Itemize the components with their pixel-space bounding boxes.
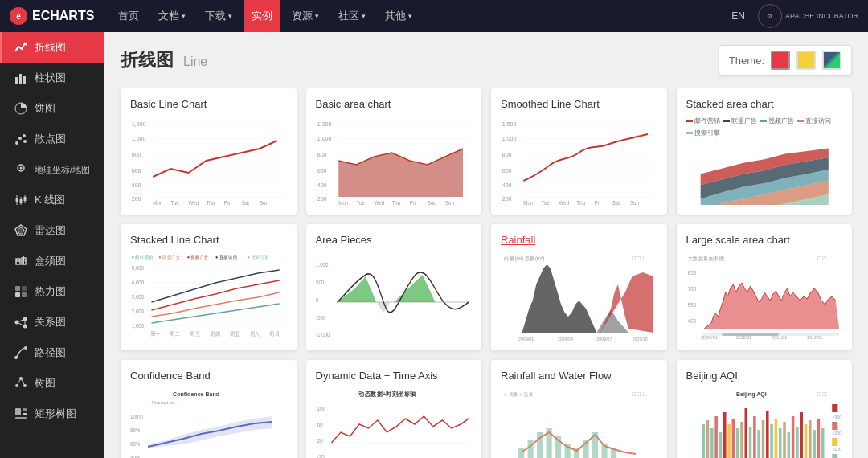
boxplot-icon xyxy=(14,254,28,268)
svg-text:>350: >350 xyxy=(832,415,841,419)
svg-rect-221 xyxy=(714,416,718,458)
chart-confidence-band[interactable]: Confidence Band Confidence Band Forecast… xyxy=(121,360,297,458)
sidebar-item-line[interactable]: 折线图 xyxy=(0,32,104,63)
sidebar-item-boxplot[interactable]: 盒须图 xyxy=(0,246,104,276)
svg-rect-212 xyxy=(832,422,837,430)
lang-switcher[interactable]: EN xyxy=(731,10,745,22)
svg-text:Tue: Tue xyxy=(541,200,550,205)
svg-rect-222 xyxy=(719,432,722,458)
chart-basic-line[interactable]: Basic Line Chart 1,500 1,000 800 600 400… xyxy=(121,88,297,215)
graph-icon xyxy=(14,315,28,329)
svg-text:80%: 80% xyxy=(130,427,140,433)
svg-rect-168 xyxy=(722,333,779,336)
svg-text:2009/10: 2009/10 xyxy=(633,337,648,341)
svg-text:400: 400 xyxy=(132,182,141,190)
svg-rect-2 xyxy=(23,76,26,84)
sidebar-item-treemap[interactable]: 矩形树图 xyxy=(0,399,104,429)
page-title: 折线图 xyxy=(121,48,174,72)
sidebar-label-pie: 饼图 xyxy=(35,101,55,116)
chart-rainfall[interactable]: Rainfall □ □ ↓ 雨量(ml) 流量(m³) 2009/01 xyxy=(491,224,667,350)
svg-rect-210 xyxy=(832,404,837,412)
nav-download[interactable]: 下载 ▾ xyxy=(197,0,240,32)
chart-visual-rainfall-flow: □ □ ↓ ⊙ 雨量 ⊙ 流量 xyxy=(501,388,657,458)
svg-text:周一: 周一 xyxy=(150,331,161,337)
svg-text:1,500: 1,500 xyxy=(502,121,517,129)
svg-text:2009/04: 2009/04 xyxy=(558,337,573,341)
theme-dark-button[interactable] xyxy=(822,51,841,70)
svg-text:Thu: Thu xyxy=(577,200,586,205)
sidebar-label-graph: 关系图 xyxy=(35,315,66,329)
chart-rainfall-flow[interactable]: Rainfall and Water Flow □ □ ↓ ⊙ 雨量 ⊙ 流量 xyxy=(491,360,667,458)
theme-red-button[interactable] xyxy=(771,51,790,70)
map-icon xyxy=(14,162,28,177)
svg-rect-230 xyxy=(753,416,756,458)
nav-right: EN ⚙ APACHE INCUBATOR xyxy=(731,4,858,28)
svg-text:Mon: Mon xyxy=(153,200,162,205)
radar-icon xyxy=(14,223,28,238)
sidebar-item-radar[interactable]: 雷达图 xyxy=(0,215,104,246)
svg-text:800: 800 xyxy=(317,151,326,159)
chart-beijing-aqi[interactable]: Beijing AQI Beijing AQI □ □ ↓ >350 >200 … xyxy=(677,360,853,458)
svg-rect-229 xyxy=(748,427,751,458)
chart-title-rainfall-flow: Rainfall and Water Flow xyxy=(501,370,657,382)
sidebar-label-map: 地理坐标/地图 xyxy=(35,164,90,176)
sidebar-item-bar[interactable]: 柱状图 xyxy=(0,63,104,93)
theme-yellow-button[interactable] xyxy=(796,51,816,70)
svg-text:Thu: Thu xyxy=(391,200,400,205)
sidebar-item-tree[interactable]: 树图 xyxy=(0,368,104,399)
svg-text:Wed: Wed xyxy=(188,200,199,205)
svg-rect-13 xyxy=(20,199,23,203)
svg-text:Wed: Wed xyxy=(374,200,384,205)
nav-other[interactable]: 其他 ▾ xyxy=(377,0,420,32)
svg-text:700: 700 xyxy=(687,286,696,292)
svg-text:60: 60 xyxy=(317,422,322,427)
sidebar-item-pie[interactable]: 饼图 xyxy=(0,93,104,124)
svg-text:⊙ 雨量  ⊙ 流量: ⊙ 雨量 ⊙ 流量 xyxy=(504,391,533,397)
sidebar-item-map[interactable]: 地理坐标/地图 xyxy=(0,154,104,185)
svg-text:Sat: Sat xyxy=(612,200,620,205)
chart-large-scale-area[interactable]: Large scale area chart □ □ ↓ 大数据量面积图 850… xyxy=(677,224,853,350)
scatter-icon xyxy=(14,132,28,146)
svg-text:5,000: 5,000 xyxy=(132,265,145,271)
sidebar-item-scatter[interactable]: 散点图 xyxy=(0,124,104,154)
svg-rect-233 xyxy=(766,411,769,458)
nav-resources[interactable]: 资源 ▾ xyxy=(284,0,327,32)
svg-rect-27 xyxy=(22,292,27,297)
chart-area-pieces[interactable]: Area Pieces 1,000 500 0 -500 -1,000 xyxy=(306,224,482,350)
chart-stacked-area[interactable]: Stacked area chart 邮件营销 联盟广告 视频广告 直接访问 搜… xyxy=(677,88,853,215)
svg-rect-227 xyxy=(740,422,743,458)
nav-community[interactable]: 社区 ▾ xyxy=(330,0,374,32)
svg-text:大数据量面积图: 大数据量面积图 xyxy=(687,256,724,261)
sidebar-label-boxplot: 盒须图 xyxy=(35,254,66,268)
svg-rect-223 xyxy=(723,412,726,458)
svg-text:200: 200 xyxy=(317,195,326,203)
chart-basic-area[interactable]: Basic area chart 1,200 1,000 800 600 400… xyxy=(306,88,482,215)
page-title-area: 折线图 Line xyxy=(121,48,207,72)
svg-text:Sat: Sat xyxy=(427,200,434,205)
svg-rect-194 xyxy=(528,440,534,458)
sidebar-item-candlestick[interactable]: K 线图 xyxy=(0,185,104,215)
chart-smoothed-line[interactable]: Smoothed Line Chart 1,500 1,000 800 600 … xyxy=(491,88,667,215)
sidebar-item-graph[interactable]: 关系图 xyxy=(0,307,104,337)
nav-home[interactable]: 首页 xyxy=(110,0,147,32)
chart-dynamic-data[interactable]: Dynamic Data + Time Axis 动态数据+时刻坐标轴 100 … xyxy=(306,360,482,458)
svg-text:雨量(ml) 流量(m³): 雨量(ml) 流量(m³) xyxy=(504,256,544,262)
svg-text:Beijing AQI: Beijing AQI xyxy=(735,391,766,399)
chart-stacked-line[interactable]: Stacked Line Chart ● 邮件营销 ● 联盟广告 ● 视频广告 … xyxy=(121,224,297,350)
svg-text:Sun: Sun xyxy=(260,200,268,205)
sidebar-item-lines[interactable]: 路径图 xyxy=(0,337,104,368)
logo[interactable]: e ECHARTS xyxy=(10,7,94,25)
svg-text:周五: 周五 xyxy=(230,331,240,337)
svg-text:Sun: Sun xyxy=(444,200,453,205)
svg-text:周日: 周日 xyxy=(269,331,280,337)
tree-icon xyxy=(14,376,28,391)
nav-docs[interactable]: 文档 ▾ xyxy=(150,0,194,32)
svg-text:800: 800 xyxy=(132,151,141,159)
heatmap-icon xyxy=(14,284,28,299)
sidebar-item-heatmap[interactable]: 热力图 xyxy=(0,276,104,307)
svg-rect-218 xyxy=(702,424,705,458)
nav-examples[interactable]: 实例 xyxy=(244,0,280,32)
svg-text:□ □ ↓: □ □ ↓ xyxy=(633,391,645,399)
svg-text:Tue: Tue xyxy=(356,200,365,205)
svg-rect-234 xyxy=(770,424,773,458)
